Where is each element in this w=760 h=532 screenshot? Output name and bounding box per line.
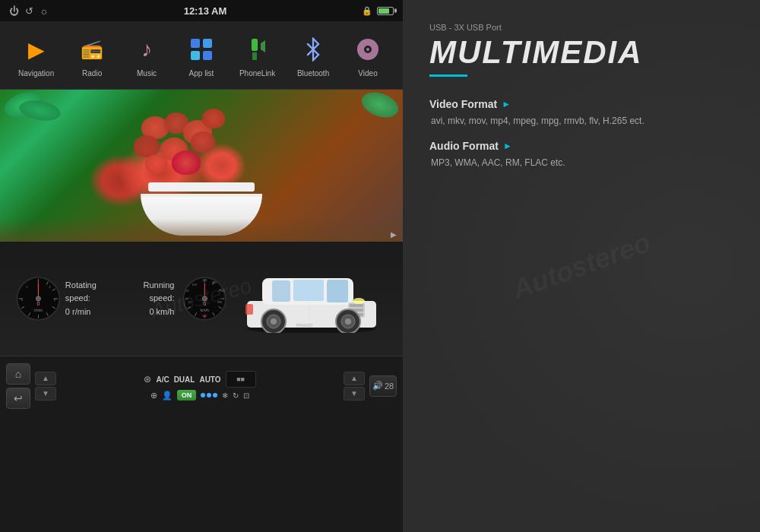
ctrl-left-buttons: ⌂ ↩ [6,363,30,409]
volume-icon: 🔊 [372,381,383,391]
dashboard: 0 r/min 0 6 3 4 5 Rotating speed: 0 r/mi… [0,242,403,356]
svg-point-10 [372,42,375,45]
svg-rect-4 [252,39,258,51]
navigation-icon: ▶ [20,33,53,66]
svg-rect-61 [327,280,348,302]
control-bar: ⌂ ↩ ▲ ▼ ⊛ A/C DUAL AUTO ■■ [0,356,403,415]
sidebar-item-music[interactable]: ♪ Music [130,33,163,78]
nav-label-applist: App list [189,69,214,78]
sidebar-item-bluetooth[interactable]: Bluetooth [296,33,330,78]
ctrl-right-buttons: ▲ ▼ [344,372,365,401]
svg-rect-5 [252,52,257,60]
nav-label-music: Music [137,69,157,78]
clock-display: 12:13 AM [184,5,227,17]
on-badge: ON [177,390,197,401]
watermark-right: Autostereo [508,226,655,306]
video-format-title: Video Format ► [429,98,733,110]
power-icon: ⏻ [9,5,19,17]
audio-format-title: Audio Format ► [429,140,733,152]
main-content: ▶ [0,90,403,532]
nav-bar: ▶ Navigation 📻 Radio ♪ Music [0,21,403,90]
running-speed-label: Running speed: [124,279,175,306]
sidebar-item-video[interactable]: Video [351,33,385,78]
home-button[interactable]: ⌂ [6,363,30,385]
temp-dots [201,393,217,397]
svg-text:5: 5 [37,281,39,284]
speedometer-container: Running speed: 0 km/h [124,272,228,325]
auto-label: AUTO [199,375,220,384]
radio-icon: 📻 [75,33,109,66]
usb-label: USB - 3X USB Port [429,23,733,32]
car-svg: PRADO [236,264,388,333]
back-button[interactable]: ↩ [6,388,30,409]
rotating-speed-label: Rotating speed: [65,279,116,306]
title-underline [429,74,467,77]
brightness-icon: ☼ [40,5,49,17]
svg-text:100: 100 [192,283,197,287]
svg-rect-65 [350,304,363,307]
temp-display: ■■ [226,371,256,388]
right-up-button[interactable]: ▲ [344,372,365,385]
ac-top: ⊛ A/C DUAL AUTO ■■ [144,371,255,388]
snowflake-icon: ❄ [222,391,228,400]
svg-text:40: 40 [188,301,192,304]
media-image: ▶ [0,90,403,242]
main-title: MULTIMEDIA [429,36,733,68]
svg-text:3: 3 [26,286,27,289]
lock-icon: 🔒 [362,6,372,16]
left-up-button[interactable]: ▲ [35,372,56,385]
right-down-button[interactable]: ▼ [344,387,365,401]
volume-button[interactable]: 🔊 28 [369,375,397,397]
applist-icon [185,33,218,66]
sidebar-item-navigation[interactable]: ▶ Navigation [18,33,54,78]
video-icon [351,33,385,66]
home-icon: ⌂ [15,368,21,380]
svg-text:PRADO: PRADO [296,323,313,328]
svg-point-9 [360,42,363,45]
running-speed-value: 0 km/h [124,306,175,319]
svg-text:4: 4 [49,286,51,289]
nav-label-phonelink: PhoneLink [239,69,275,78]
video-arrow-icon: ► [502,99,511,109]
person-icon: 👤 [162,391,173,401]
defrost-icon: ⊡ [243,391,249,400]
ac-bottom: ⊕ 👤 ON ❄ ↻ ⊡ [150,390,250,401]
sidebar-item-phonelink[interactable]: PhoneLink [239,33,275,78]
svg-rect-63 [293,280,324,301]
svg-rect-2 [191,51,200,60]
volume-number: 28 [385,382,394,391]
left-up-down: ▲ ▼ [35,372,56,401]
audio-format-desc: MP3, WMA, AAC, RM, FLAC etc. [429,156,733,169]
svg-point-11 [360,54,363,57]
status-right: 🔒 [362,6,394,16]
phonelink-icon [241,33,274,66]
audio-arrow-icon: ► [503,141,512,151]
svg-point-75 [345,318,351,325]
video-format-section: Video Format ► avi, mkv, mov, mp4, mpeg,… [429,98,733,128]
right-up-down: ▲ ▼ [344,372,365,401]
svg-text:120: 120 [203,279,207,282]
sidebar-item-applist[interactable]: App list [185,33,218,78]
nav-label-navigation: Navigation [18,69,54,78]
svg-rect-62 [272,280,290,302]
back-icon: ↩ [14,392,23,404]
svg-point-26 [36,296,40,301]
svg-point-12 [372,54,375,57]
ac-controls: ⊛ A/C DUAL AUTO ■■ ⊕ 👤 ON [61,371,339,401]
dual-label: DUAL [174,375,195,384]
svg-text:200: 200 [217,301,222,304]
svg-text:km/h: km/h [201,308,210,312]
svg-point-47 [203,296,207,301]
ac-label: A/C [156,375,169,384]
video-format-desc: avi, mkv, mov, mp4, mpeg, mpg, rmvb, flv… [429,114,733,128]
tachometer-container: 0 r/min 0 6 3 4 5 Rotating speed: 0 r/mi… [15,272,116,325]
nav-label-radio: Radio [82,69,102,78]
rotating-speed-value: 0 r/min [65,306,116,319]
svg-rect-3 [203,51,212,60]
sidebar-item-radio[interactable]: 📻 Radio [75,33,109,78]
left-down-button[interactable]: ▼ [35,387,56,401]
status-left: ⏻ ↺ ☼ [9,5,49,17]
svg-point-68 [353,298,365,304]
tachometer: 0 r/min 0 6 3 4 5 [15,272,62,325]
svg-text:0: 0 [37,301,40,306]
